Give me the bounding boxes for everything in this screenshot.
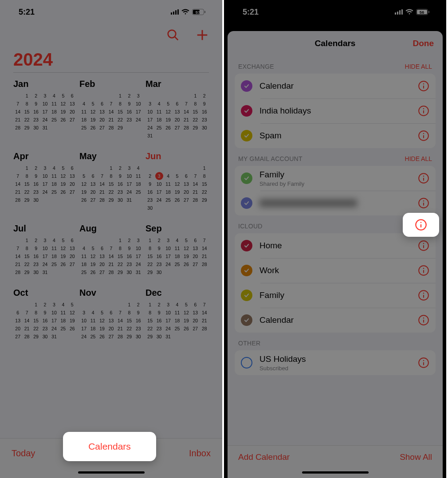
- calendar-row[interactable]: India holidays: [235, 98, 436, 123]
- calendar-checkbox[interactable]: [241, 240, 252, 251]
- info-icon[interactable]: [418, 130, 429, 141]
- svg-point-40: [423, 360, 424, 361]
- month-mar[interactable]: Mar1234567891011121314151617181920212223…: [145, 79, 209, 140]
- info-icon[interactable]: [418, 314, 429, 326]
- section-header: OTHER: [235, 333, 436, 350]
- calendar-row[interactable]: [235, 191, 436, 215]
- calendar-checkbox[interactable]: [241, 80, 252, 92]
- month-apr[interactable]: Apr1234567891011121314151617181920212223…: [13, 151, 77, 212]
- svg-rect-11: [428, 11, 429, 13]
- calendar-checkbox[interactable]: [241, 197, 252, 209]
- month-dec[interactable]: Dec1234567891011121314151617181920212223…: [145, 288, 209, 341]
- calendar-row[interactable]: Family: [235, 283, 436, 308]
- add-calendar-button[interactable]: Add Calendar: [238, 452, 290, 462]
- calendar-row[interactable]: Work: [235, 258, 436, 283]
- calendar-checkbox[interactable]: [241, 290, 252, 301]
- calendar-label: Family: [259, 290, 411, 300]
- calendar-label: India holidays: [259, 106, 411, 116]
- wifi-icon: [181, 9, 189, 15]
- calendar-row[interactable]: Home: [235, 233, 436, 258]
- calendar-checkbox[interactable]: [241, 105, 252, 117]
- cellular-icon: [395, 9, 403, 15]
- calendar-checkbox[interactable]: [241, 172, 252, 184]
- calendars-list: EXCHANGEHIDE ALLCalendarIndia holidaysSp…: [228, 56, 443, 445]
- svg-point-31: [423, 268, 424, 269]
- search-icon[interactable]: [166, 28, 180, 42]
- today-button[interactable]: Today: [12, 448, 35, 458]
- month-jan[interactable]: Jan1234567891011121314151617181920212223…: [13, 79, 77, 140]
- battery-icon: 56: [416, 9, 429, 15]
- hide-all-button[interactable]: HIDE ALL: [405, 63, 432, 70]
- info-icon[interactable]: [418, 290, 429, 301]
- calendar-checkbox[interactable]: [241, 265, 252, 276]
- svg-point-13: [423, 83, 424, 84]
- status-bar: 5:21 57: [0, 0, 222, 24]
- calendars-sheet: Calendars Done EXCHANGEHIDE ALLCalendarI…: [228, 31, 443, 478]
- svg-text:56: 56: [420, 10, 424, 15]
- svg-point-16: [423, 108, 424, 109]
- calendar-label: Work: [259, 266, 411, 275]
- info-icon[interactable]: [418, 80, 429, 92]
- calendar-checkbox[interactable]: [241, 357, 252, 368]
- inbox-button[interactable]: Inbox: [189, 448, 211, 458]
- month-sep[interactable]: Sep1234567891011121314151617181920212223…: [145, 223, 209, 276]
- month-label: Mar: [145, 79, 209, 89]
- info-icon[interactable]: [418, 357, 429, 368]
- home-indicator[interactable]: [302, 471, 369, 474]
- calendar-label: FamilyShared by Family: [259, 170, 411, 187]
- month-feb[interactable]: Feb1234567891011121314151617181920212223…: [79, 79, 143, 140]
- month-may[interactable]: May1234567891011121314151617181920212223…: [79, 151, 143, 212]
- svg-point-19: [423, 133, 424, 134]
- calendar-row[interactable]: US HolidaysSubscribed: [235, 350, 436, 375]
- calendar-label: [259, 199, 411, 207]
- month-jun[interactable]: Jun1234567891011121314151617181920212223…: [145, 151, 209, 212]
- month-label: Apr: [13, 151, 77, 161]
- section-label: ICLOUD: [238, 223, 263, 230]
- add-icon[interactable]: [196, 28, 209, 42]
- month-label: Jan: [13, 79, 77, 89]
- section-header: EXCHANGEHIDE ALL: [235, 56, 436, 74]
- month-jul[interactable]: Jul1234567891011121314151617181920212223…: [13, 223, 77, 276]
- calendar-group: FamilyShared by Family: [235, 166, 436, 215]
- calendar-label: Calendar: [259, 81, 411, 91]
- month-nov[interactable]: Nov1234567891011121314151617181920212223…: [79, 288, 143, 341]
- calendar-group: US HolidaysSubscribed: [235, 350, 436, 375]
- year-title: 2024: [13, 50, 209, 73]
- calendar-row[interactable]: Calendar: [235, 308, 436, 333]
- status-bar: 5:21 56: [224, 0, 446, 24]
- month-label: Sep: [145, 223, 209, 234]
- calendar-row[interactable]: Spam: [235, 123, 436, 148]
- highlight-info-button[interactable]: [403, 213, 439, 237]
- month-label: Feb: [79, 79, 143, 89]
- calendar-label: Calendar: [259, 315, 411, 325]
- highlight-calendars-button[interactable]: Calendars: [63, 432, 156, 461]
- calendar-group: CalendarIndia holidaysSpam: [235, 74, 436, 148]
- info-icon[interactable]: [418, 105, 429, 117]
- month-aug[interactable]: Aug1234567891011121314151617181920212223…: [79, 223, 143, 276]
- calendar-checkbox[interactable]: [241, 130, 252, 141]
- svg-line-5: [175, 37, 178, 40]
- section-label: OTHER: [238, 340, 261, 347]
- svg-point-43: [420, 222, 422, 223]
- months-grid: Jan1234567891011121314151617181920212223…: [0, 73, 222, 380]
- hide-all-button[interactable]: HIDE ALL: [405, 155, 432, 162]
- svg-point-25: [423, 200, 424, 201]
- info-icon[interactable]: [418, 265, 429, 276]
- sheet-header: Calendars Done: [228, 31, 443, 56]
- calendar-row[interactable]: FamilyShared by Family: [235, 166, 436, 191]
- month-label: Nov: [79, 288, 143, 298]
- info-icon[interactable]: [418, 240, 429, 251]
- calendar-checkbox[interactable]: [241, 314, 252, 326]
- month-label: Oct: [13, 288, 77, 298]
- info-icon[interactable]: [418, 197, 429, 209]
- month-oct[interactable]: Oct1234567891011121314151617181920212223…: [13, 288, 77, 341]
- toolbar: [0, 24, 222, 50]
- phone-year-view: 5:21 57 2024 Jan123456789101112131415161…: [0, 0, 224, 478]
- show-all-button[interactable]: Show All: [400, 452, 432, 462]
- phone-calendars-sheet: 5:21 56 Calendars Done EXCHANGEHIDE ALLC…: [224, 0, 448, 478]
- done-button[interactable]: Done: [413, 39, 434, 48]
- calendar-row[interactable]: Calendar: [235, 74, 436, 98]
- month-label: Dec: [145, 288, 209, 298]
- home-indicator[interactable]: [78, 471, 145, 474]
- info-icon[interactable]: [418, 172, 429, 184]
